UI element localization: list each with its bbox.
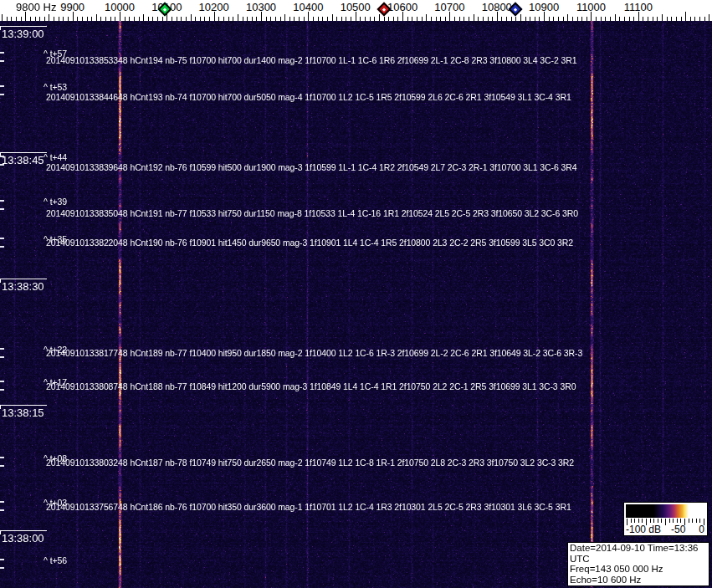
db-tick <box>692 519 693 523</box>
hro-spectrogram-screen: 9800 Hz990010000101001020010300104001050… <box>0 0 712 588</box>
freq-tick <box>21 17 22 21</box>
freq-tick <box>417 17 417 21</box>
freq-tick <box>694 17 695 21</box>
detection-text: 20140910133844648 hCnt193 nb-74 f10700 h… <box>46 92 571 102</box>
freq-label: 10700 <box>434 1 464 13</box>
time-minor-tick <box>0 501 4 503</box>
time-minor-tick <box>0 164 4 166</box>
freq-tick <box>299 17 300 21</box>
freq-tick <box>289 17 290 21</box>
freq-tick <box>139 17 140 21</box>
freq-tick <box>601 17 602 21</box>
freq-tick <box>676 17 677 21</box>
freq-tick <box>643 17 643 21</box>
freq-tick <box>445 17 446 21</box>
time-label: 13:38:00 <box>2 532 44 545</box>
db-tick <box>642 519 643 523</box>
time-minor-tick <box>0 509 4 511</box>
freq-tick <box>82 17 83 21</box>
freq-label: 10400 <box>293 1 323 13</box>
freq-tick <box>152 17 153 21</box>
freq-tick <box>105 17 106 21</box>
freq-tick <box>247 17 248 21</box>
freq-tick <box>596 17 597 21</box>
freq-tick <box>54 17 54 21</box>
freq-tick <box>209 17 210 21</box>
db-tick <box>661 519 662 523</box>
freq-tick <box>63 17 64 21</box>
freq-tick <box>266 17 267 21</box>
freq-tick <box>59 17 59 21</box>
freq-tick <box>709 14 709 21</box>
freq-tick <box>129 17 130 21</box>
detection-text: 20140910133822048 hCnt190 nb-76 f10901 h… <box>46 238 573 248</box>
time-gridline <box>0 152 47 153</box>
freq-tick <box>648 17 648 21</box>
db-scale: -100 dB -50 0 <box>623 502 708 536</box>
freq-label: 9900 <box>60 1 85 13</box>
time-label: 13:38:30 <box>2 280 44 293</box>
freq-tick <box>87 17 88 21</box>
time-minor-tick <box>0 94 4 95</box>
freq-tick <box>96 14 97 21</box>
freq-tick <box>624 17 625 21</box>
db-tick <box>634 519 635 523</box>
time-minor-tick <box>0 348 4 350</box>
freq-tick <box>605 17 606 21</box>
info-rx-frequency: Freq=143 050 000 Hz <box>570 564 709 575</box>
time-gridline-stub <box>0 27 1 30</box>
db-label-mid: -50 <box>671 524 685 535</box>
freq-tick <box>704 17 705 21</box>
detection-text: 20140910133817748 hCnt189 nb-77 f10400 h… <box>46 348 582 358</box>
detection-tag: ^ t+53 <box>44 82 67 92</box>
time-minor-tick <box>0 156 4 157</box>
freq-tick <box>374 17 375 21</box>
freq-tick <box>233 17 233 21</box>
freq-tick <box>336 17 337 21</box>
freq-tick <box>172 17 172 21</box>
freq-tick <box>177 17 177 21</box>
info-echo-frequency: Echo=10 600 Hz <box>570 575 709 585</box>
time-minor-tick <box>0 208 4 210</box>
freq-tick <box>530 17 530 21</box>
freq-tick <box>256 17 257 21</box>
time-minor-tick <box>0 465 4 467</box>
freq-tick <box>384 17 385 21</box>
freq-tick <box>610 17 611 21</box>
freq-tick <box>671 17 672 21</box>
freq-tick <box>204 17 205 21</box>
freq-tick <box>370 17 371 21</box>
freq-tick <box>181 17 182 21</box>
detection-tag: ^ t+39 <box>44 197 67 207</box>
freq-tick <box>252 17 253 21</box>
freq-tick <box>520 14 521 21</box>
freq-tick <box>501 17 502 21</box>
time-gridline-stub <box>0 279 1 283</box>
freq-tick <box>49 14 49 21</box>
freq-tick <box>191 14 192 21</box>
freq-tick <box>539 17 540 21</box>
info-date-time: Date=2014-09-10 Time=13:36 UTC <box>570 543 709 564</box>
freq-tick <box>270 17 271 21</box>
freq-tick <box>407 17 408 21</box>
freq-tick <box>280 17 281 21</box>
db-scale-labels: -100 dB -50 0 <box>624 524 707 535</box>
freq-tick <box>360 17 361 21</box>
freq-tick <box>238 14 238 21</box>
detection-tag: ^ t+44 <box>44 152 67 162</box>
db-tick <box>650 519 651 523</box>
freq-tick <box>16 17 17 21</box>
freq-tick <box>615 14 616 21</box>
freq-tick <box>68 17 69 21</box>
time-gridline <box>0 405 47 406</box>
freq-tick <box>30 17 31 21</box>
freq-tick <box>7 17 8 21</box>
freq-tick <box>327 17 328 21</box>
freq-tick <box>454 17 455 21</box>
freq-tick <box>100 17 101 21</box>
detection-text: 20140910133853348 hCnt194 nb-75 f10700 h… <box>46 55 576 65</box>
freq-tick <box>346 17 346 21</box>
freq-label: 10800 <box>482 1 512 13</box>
freq-label: 10500 <box>341 1 371 13</box>
freq-tick <box>186 17 187 21</box>
